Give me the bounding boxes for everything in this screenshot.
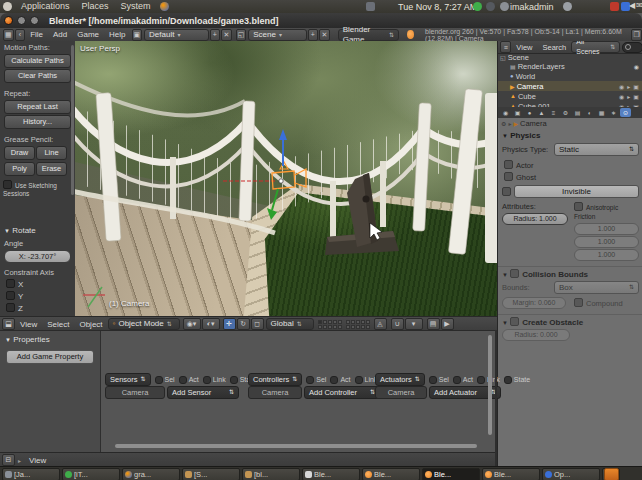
invisible-button[interactable]: Invisible [514,185,639,198]
notification-red-icon[interactable] [610,2,619,11]
outliner-scope-select[interactable]: All Scenes⇅ [571,41,620,53]
select-toggle-icon[interactable]: ▸ [627,93,630,100]
menu-object[interactable]: Object [74,320,107,329]
add-controller-button[interactable]: Add Controller⇅ [304,386,380,399]
window-minimize-button[interactable] [17,16,26,25]
scene-delete-button[interactable]: ✕ [319,29,330,41]
sensors-filter-act[interactable]: Act [179,376,199,384]
aniso-x-field[interactable]: 1.000 [574,223,639,235]
actuators-menu[interactable]: Actuators⇅ [375,373,425,386]
tool-shelf-scrollbar[interactable] [71,45,74,195]
tab-object-icon[interactable]: ▲ [536,108,547,117]
taskbar-item[interactable]: gra... [122,468,180,480]
bluetooth-icon[interactable] [486,2,495,11]
repeat-last-button[interactable]: Repeat Last [4,100,71,114]
checkbox-icon[interactable] [510,317,519,326]
taskbar-item[interactable]: Ble... [302,468,360,480]
outliner-row-world[interactable]: ●World [498,71,642,81]
outliner-row-scene[interactable]: ◱Scene [498,54,642,61]
taskbar-item[interactable]: [iT... [62,468,120,480]
actuators-filter-act[interactable]: Act [453,376,473,384]
outliner-row-cube[interactable]: ▲Cube◉▸▣ [498,91,642,101]
actor-checkbox[interactable]: Actor [498,156,642,170]
bounds-select[interactable]: Box⇅ [554,281,639,294]
scene-add-button[interactable]: + [308,29,319,41]
taskbar-item[interactable]: Ble... [362,468,420,480]
menu-view[interactable]: View [15,320,42,329]
actuators-filter-state[interactable]: State [504,376,530,384]
anisotropic-friction-checkbox[interactable]: Anisotropic Friction [574,202,639,221]
screen-layout-icon[interactable]: ▣ [132,29,143,41]
tab-texture-icon[interactable]: ▦ [596,108,607,117]
menu-add[interactable]: Add [48,30,72,39]
render-opengl-anim-icon[interactable]: ▶ [441,318,454,330]
distro-logo-icon[interactable] [3,2,12,11]
select-toggle-icon[interactable]: ▸ [627,83,630,90]
menu-applications[interactable]: Applications [15,0,76,13]
outliner-row-renderlayers[interactable]: ▤RenderLayers◉ [498,61,642,71]
checkbox-icon[interactable] [510,269,519,278]
taskbar-item[interactable]: [Ja... [2,468,60,480]
tab-particles-icon[interactable]: ∗ [608,108,619,117]
editor-type-icon[interactable]: ⊟ [2,454,15,466]
transform-orientation-select[interactable]: Global⇅ [266,318,314,330]
taskbar-item[interactable]: [S... [182,468,240,480]
outliner-search-input[interactable] [622,42,642,53]
panel-collapse-icon[interactable]: ▼ [4,228,10,234]
logic-horizontal-scrollbar[interactable] [115,444,477,448]
firefox-icon[interactable] [160,2,169,11]
editor-divider[interactable] [495,330,497,466]
calculate-paths-button[interactable]: Calculate Paths [4,54,71,68]
outliner-row-camera[interactable]: ▶Camera◉▸▣ [498,81,642,91]
gp-draw-button[interactable]: Draw [4,146,35,160]
taskbar-item-active[interactable]: Ble... [422,468,480,480]
clear-paths-button[interactable]: Clear Paths [4,69,71,83]
render-toggle-icon[interactable]: ▣ [633,83,639,90]
snap-magnet-icon[interactable]: ∪ [391,318,404,330]
panel-collapse-icon[interactable]: ▼ [502,272,508,278]
snap-mode-select[interactable]: ▾ [405,318,423,330]
shading-select[interactable]: ◐▾ [202,318,220,330]
panel-collapse-icon[interactable]: ▼ [502,320,508,326]
hide-toggle-icon[interactable]: ◉ [619,93,624,100]
mode-select[interactable]: ◦Object Mode⇅ [108,318,180,330]
clock[interactable]: Tue Nov 8, 7:27 AM [398,2,477,12]
render-opengl-icon[interactable]: ▤ [427,318,440,330]
add-game-property-button[interactable]: Add Game Property [6,350,94,364]
tab-physics-icon[interactable]: ⊙ [620,108,631,117]
taskbar-item[interactable]: Op... [542,468,600,480]
mail-icon[interactable]: ✉ [636,1,642,10]
menu-system[interactable]: System [115,0,157,13]
volume-icon[interactable]: ◀ [629,1,635,10]
tab-material-icon[interactable]: ◐ [584,108,595,117]
angle-value-slider[interactable]: X: -23.707° [4,250,71,263]
menu-places[interactable]: Places [76,0,115,13]
layout-delete-button[interactable]: ✕ [221,29,232,41]
tab-constraints-icon[interactable]: ≡ [548,108,559,117]
sensors-filter-link[interactable]: Link [203,376,226,384]
compound-checkbox[interactable]: Compound [574,298,623,308]
controllers-filter-sel[interactable]: Sel [306,376,326,384]
screen-layout-select[interactable]: Default▾ [144,29,209,41]
logic-vertical-scrollbar[interactable] [488,335,492,435]
radius-slider[interactable]: Radius: 1.000 [502,213,568,225]
obstacle-radius-field[interactable]: Radius: 0.000 [502,329,570,341]
menu-file[interactable]: File [25,30,48,39]
gp-poly-button[interactable]: Poly [4,162,35,176]
render-toggle-icon[interactable]: ◉ [634,63,639,70]
use-sketching-checkbox[interactable]: Use Sketching Sessions [0,177,75,201]
scene-select[interactable]: Scene▾ [248,29,306,41]
logic-menu-view[interactable]: View [24,456,51,465]
window-close-button[interactable] [4,16,13,25]
gp-line-button[interactable]: Line [36,146,67,160]
physics-type-select[interactable]: Static⇅ [554,143,639,156]
history-button[interactable]: History... [4,115,71,129]
status-available-icon[interactable] [473,2,482,11]
menu-game[interactable]: Game [72,30,104,39]
panel-collapse-icon[interactable]: ▼ [502,133,508,139]
pivot-select[interactable]: ◉▾ [183,318,201,330]
axis-y-checkbox[interactable]: Y [0,290,75,302]
hide-toggle-icon[interactable]: ◉ [619,83,624,90]
controllers-filter-link[interactable]: Link [355,376,378,384]
editor-type-icon[interactable]: ⬓ [2,318,15,330]
